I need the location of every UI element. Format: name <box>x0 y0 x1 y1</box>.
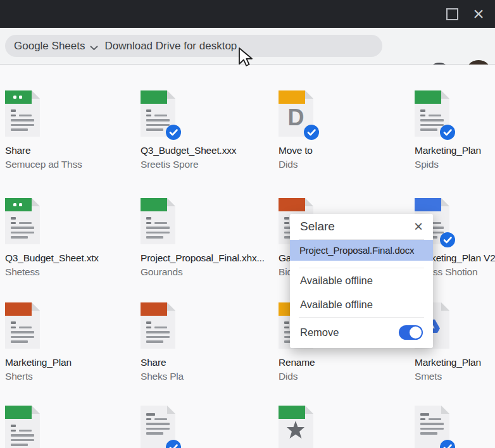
doc-icon <box>5 198 40 244</box>
omnibox[interactable]: Google Sheets Download Drive for desktop <box>5 35 382 57</box>
file-label: Share <box>5 144 135 158</box>
context-menu-header: Selare × <box>290 214 433 239</box>
file-item[interactable] <box>415 406 495 448</box>
title-bar: × <box>0 0 495 28</box>
remove-label: Remove <box>300 327 339 339</box>
file-sublabel: Sherts <box>5 370 135 383</box>
file-label: Marketing_Plan <box>415 144 495 158</box>
menu-item-selected-file[interactable]: Project_Proposal.Final.docx <box>290 240 433 261</box>
file-label: Project_Proposal_Final.xhx... <box>141 251 270 265</box>
doc-icon <box>141 90 175 137</box>
synced-check-icon <box>304 125 319 140</box>
menu-item-remove[interactable]: Remove <box>290 318 433 347</box>
file-sublabel: Smets <box>415 370 495 383</box>
file-item[interactable]: Marketing_Plan Spids <box>415 90 495 171</box>
file-item[interactable]: Share Semucep ad Thss <box>5 90 135 171</box>
synced-check-icon <box>440 440 455 448</box>
file-sublabel: Spids <box>415 158 495 171</box>
doc-icon: D <box>279 90 313 137</box>
file-item[interactable]: Q3_Budget_Sheet.xtx Shetess <box>5 198 135 279</box>
omnibox-text[interactable]: Download Drive for desktop <box>104 40 237 53</box>
context-menu: Selare × Project_Proposal.Final.docx Ava… <box>290 214 433 348</box>
file-sublabel: Semucep ad Thss <box>5 158 135 171</box>
file-sublabel: Dids <box>279 370 408 383</box>
menu-item-available-offline[interactable]: Available offline <box>290 268 433 292</box>
remove-toggle[interactable] <box>399 325 423 340</box>
mouse-cursor-icon <box>238 47 253 72</box>
menu-item-available-offline[interactable]: Available offline <box>290 292 433 317</box>
file-label: Marketing_Plan <box>5 356 135 370</box>
synced-check-icon <box>166 125 181 140</box>
file-item[interactable]: D Move to Dids <box>279 90 408 171</box>
maximize-icon[interactable] <box>446 8 458 20</box>
synced-check-icon <box>440 125 455 140</box>
doc-icon <box>141 198 175 244</box>
close-icon[interactable]: × <box>414 219 423 234</box>
doc-icon <box>5 406 40 448</box>
doc-icon <box>415 406 449 448</box>
file-item[interactable]: Q3_Budget_Sheet.xxx Sreetis Spore <box>141 90 270 171</box>
chevron-down-icon <box>90 41 98 54</box>
star-glyph-icon <box>284 420 307 444</box>
file-item[interactable]: Project_Proposal_Final.xhx... Gourands <box>141 198 270 279</box>
file-item[interactable]: Share Sheks Pla <box>141 302 270 383</box>
file-sublabel: Sreetis Spore <box>141 158 270 171</box>
close-icon[interactable]: × <box>469 1 488 27</box>
doc-icon <box>141 406 175 448</box>
file-sublabel: Sheks Pla <box>141 370 270 383</box>
file-label: Share <box>141 356 270 370</box>
doc-icon <box>415 90 449 137</box>
file-sublabel: Dids <box>279 158 408 171</box>
doc-icon <box>5 90 40 137</box>
app-window: × Google Sheets Download Drive for deskt… <box>0 0 495 448</box>
doc-icon <box>279 406 313 448</box>
synced-check-icon <box>440 232 455 247</box>
doc-icon <box>5 302 40 349</box>
toggle-knob <box>410 327 422 339</box>
file-sublabel: Gourands <box>141 265 270 279</box>
file-label: Move to <box>279 144 408 158</box>
synced-check-icon <box>166 440 181 448</box>
file-item[interactable] <box>141 406 270 448</box>
file-label: Q3_Budget_Sheet.xtx <box>5 251 135 265</box>
app-selector[interactable]: Google Sheets <box>14 40 85 53</box>
file-item[interactable]: Marketing_Plan Sherts <box>5 302 135 383</box>
doc-icon <box>141 302 175 349</box>
file-label: Marketing_Plan <box>415 356 495 370</box>
file-item[interactable] <box>5 406 135 448</box>
file-sublabel: Shetess <box>5 265 135 279</box>
file-label: Q3_Budget_Sheet.xxx <box>141 144 270 158</box>
context-menu-title: Selare <box>300 220 335 233</box>
file-label: Rename <box>279 356 408 370</box>
file-item[interactable] <box>279 406 408 448</box>
